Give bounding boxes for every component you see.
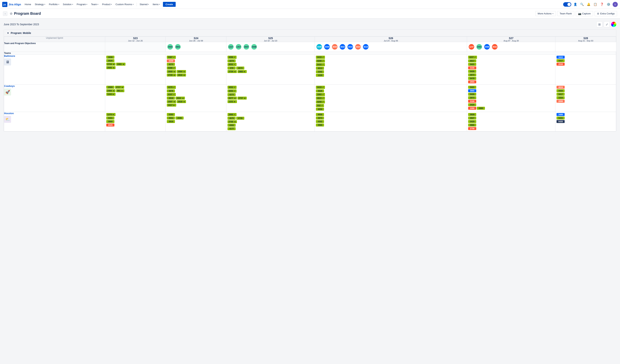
card-4056-cow-s26[interactable]: 4056 — [316, 108, 324, 111]
card-1636[interactable]: 1636 — [106, 56, 114, 59]
card-3417[interactable]: 3417 — [557, 93, 565, 96]
color-picker-icon[interactable] — [611, 22, 616, 27]
card-2595[interactable]: 2595 — [175, 117, 184, 120]
card-4096[interactable]: 4096 ✓ — [228, 56, 237, 59]
more-actions-button[interactable]: More Actions ▾ — [535, 11, 556, 16]
card-3431[interactable]: 3431 — [106, 117, 114, 120]
card-1270[interactable]: 1270 ► — [106, 113, 116, 116]
card-3419-bal-s26[interactable]: 3419 ✓ — [316, 56, 325, 59]
card-4208-bal-s26[interactable]: 4208 ✓ — [316, 59, 325, 62]
card-4353[interactable]: 4353 ✓ — [228, 90, 237, 92]
card-5431[interactable]: 5431 — [557, 117, 565, 120]
card-4208-cow-s26[interactable]: 4208 ✓ — [316, 100, 325, 104]
card-5478[interactable]: 5478 — [468, 77, 476, 80]
card-4207[interactable]: 4207 ✓ — [468, 56, 477, 59]
objective-badge-3493[interactable]: 3493 — [476, 44, 482, 50]
card-2506[interactable]: 2506 ◄ — [106, 66, 116, 69]
card-5393[interactable]: 5393 — [167, 113, 175, 116]
help-icon[interactable]: ❓ — [599, 2, 604, 7]
avatar[interactable]: U — [613, 2, 618, 7]
card-4302-hou-s26[interactable]: 4302 — [316, 120, 324, 123]
card-3421-cow-s27[interactable]: 3421 — [468, 86, 476, 89]
favorite-star-icon[interactable]: ☆ — [10, 12, 13, 16]
card-3965-hou-s26[interactable]: 3965 — [316, 123, 324, 126]
card-2417[interactable]: 2417 ► — [167, 104, 176, 106]
card-3526[interactable]: 3526 — [316, 90, 324, 92]
capture-button[interactable]: 📷 Capture — [576, 11, 593, 16]
team-name-baltimore[interactable]: Baltimore — [4, 55, 105, 57]
card-1983[interactable]: 1983 ✓ — [316, 93, 325, 96]
card-1243[interactable]: 1243 ► — [106, 93, 116, 96]
card-378[interactable]: 378 — [228, 67, 236, 70]
card-3965-cow-s27[interactable]: 3965 — [468, 89, 476, 92]
card-3960[interactable]: 3960 ✓ — [228, 113, 237, 116]
nav-program[interactable]: Program ▾ — [75, 2, 89, 6]
card-2899[interactable]: 2899 — [557, 100, 565, 103]
nav-portfolio[interactable]: Portfolio ▾ — [47, 2, 61, 6]
objective-badge-3603[interactable]: 3603 — [347, 44, 354, 50]
card-3927[interactable]: 3927 — [468, 117, 476, 120]
objective-badge-3594[interactable]: 3594 — [167, 44, 173, 50]
card-4013[interactable]: 4013 — [316, 67, 324, 70]
objective-badge-3618[interactable]: 3618 — [362, 44, 369, 50]
card-4273[interactable]: 4273 — [167, 63, 175, 66]
card-3429[interactable]: 3429 — [468, 120, 476, 123]
card-2553[interactable]: 2553 ◄ — [175, 97, 185, 100]
card-3973-cow-s27[interactable]: 3973 — [468, 96, 476, 99]
card-4023[interactable]: 4023 ✓ — [316, 97, 325, 100]
card-4052[interactable]: 4052 ✓ — [228, 63, 237, 66]
card-2735[interactable]: 2735 — [236, 117, 244, 120]
card-5433[interactable]: 5433 ✓ — [316, 63, 325, 66]
inbox-icon[interactable]: 📋 — [593, 2, 598, 7]
card-2674[interactable]: 2674 — [236, 67, 244, 70]
card-1231[interactable]: 1231 ► — [228, 100, 237, 103]
objective-badge-3602[interactable]: 3602 — [339, 44, 346, 50]
card-3973-bal-s27[interactable]: 3973 — [468, 73, 476, 76]
card-2650[interactable]: 2650 ◄ — [167, 70, 176, 73]
team-rank-button[interactable]: Team Rank — [557, 11, 574, 16]
card-3978[interactable]: 3978 — [167, 90, 175, 92]
card-2758[interactable]: 2758 — [468, 127, 476, 130]
nav-strategy[interactable]: Strategy ▾ — [33, 2, 46, 6]
card-3166-bal-s27[interactable]: 3166 — [468, 66, 476, 69]
card-4209[interactable]: 4209 — [167, 59, 175, 62]
card-1229[interactable]: 1229 — [316, 74, 324, 77]
card-4274[interactable]: 4274 — [228, 59, 236, 62]
card-5388[interactable]: 5388 ✓ — [167, 66, 176, 70]
objective-badge-3604[interactable]: 3604 — [355, 44, 361, 50]
nav-team[interactable]: Team ▾ — [90, 2, 100, 6]
card-2938[interactable]: 2938 — [557, 63, 565, 66]
app-logo[interactable]: JA Jira Align — [2, 2, 21, 7]
card-2885[interactable]: 2885 — [477, 107, 485, 110]
objective-badge-3600[interactable]: 3600 — [331, 44, 338, 50]
objective-badge-3801[interactable]: 3801 — [175, 44, 181, 50]
card-4273-cow-s25[interactable]: 4273 — [228, 93, 236, 96]
extra-configs-button[interactable]: ⚙ Extra Configs — [594, 11, 617, 16]
card-2882[interactable]: 2882 ► — [237, 70, 247, 73]
card-3420[interactable]: 3420 — [468, 103, 476, 106]
nav-items[interactable]: Items ▾ — [151, 2, 161, 6]
program-collapse-icon[interactable]: ▼ — [7, 32, 9, 34]
card-3421-bal-s27[interactable]: 3421 — [468, 63, 476, 66]
expand-icon[interactable]: ⤢ — [604, 21, 610, 27]
card-5387[interactable]: 5387 ✓ — [167, 56, 176, 59]
settings-icon[interactable]: ⚙️ — [606, 2, 611, 7]
theme-toggle[interactable] — [563, 2, 571, 7]
objective-badge-3599b[interactable]: 3599 — [324, 44, 330, 50]
card-2816[interactable]: 2816 — [167, 120, 175, 123]
search-icon[interactable]: 🔍 — [579, 2, 585, 7]
card-2737[interactable]: 2737 ◄ — [237, 97, 247, 100]
card-4379[interactable]: 4379 ✓ — [167, 86, 176, 89]
card-3965-hou-s27[interactable]: 3965 — [468, 123, 476, 126]
card-3419-cow-s26[interactable]: 3419 ✓ — [316, 86, 325, 89]
card-2734[interactable]: 2734 ◄ — [228, 70, 237, 73]
card-2484[interactable]: 2484 ◄ — [106, 89, 116, 92]
card-2551[interactable]: 2551 — [167, 117, 175, 120]
card-2677[interactable]: 2677 ◄ — [228, 97, 237, 100]
sidebar-collapse-button[interactable]: › — [3, 11, 7, 16]
card-2694[interactable]: 2694 ◄ — [177, 70, 186, 73]
objective-badge-3598-s25[interactable]: 3598 — [251, 44, 257, 50]
user-icon[interactable]: 👤 — [573, 2, 578, 7]
card-3489[interactable]: 3489 — [557, 113, 565, 116]
card-2815[interactable]: 2815 ◄ — [177, 74, 186, 76]
